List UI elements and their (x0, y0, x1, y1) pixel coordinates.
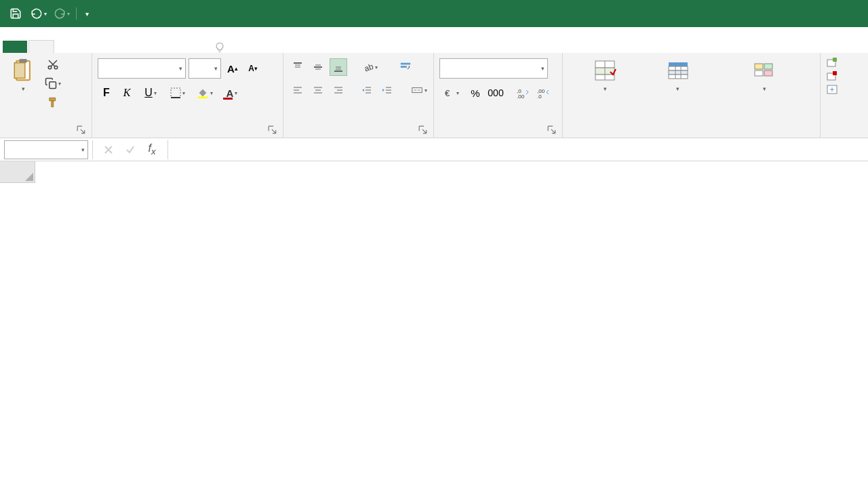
x-icon (104, 145, 113, 155)
redo-icon (54, 7, 66, 20)
align-left-button[interactable] (289, 81, 307, 99)
wrap-text-icon (399, 61, 412, 73)
wrap-text-button[interactable] (393, 58, 418, 76)
select-all-button[interactable] (0, 161, 35, 183)
italic-button[interactable]: K (118, 84, 136, 102)
svg-text:,00: ,00 (517, 94, 525, 98)
svg-text:€: € (445, 88, 450, 98)
formula-input[interactable] (167, 140, 868, 159)
decrease-font-button[interactable]: A▾ (244, 60, 262, 77)
svg-rect-38 (412, 87, 422, 92)
copy-button[interactable]: ▾ (43, 75, 62, 92)
number-format-combo[interactable]: ▾ (439, 58, 548, 79)
title-bar: ▾ ▾ ▾ (0, 0, 868, 27)
percent-button[interactable]: % (467, 84, 484, 102)
cut-button[interactable] (43, 56, 62, 73)
group-label (439, 134, 557, 136)
save-icon (9, 7, 22, 20)
borders-icon (170, 87, 181, 98)
paste-icon (12, 57, 35, 84)
tab-file[interactable] (3, 41, 27, 53)
dialog-launcher-icon[interactable] (418, 125, 428, 135)
percent-icon: % (471, 87, 479, 99)
tab-insert[interactable] (54, 41, 79, 53)
undo-button[interactable]: ▾ (28, 3, 49, 24)
qat-customize[interactable]: ▾ (81, 3, 93, 24)
align-bottom-icon (333, 62, 344, 73)
svg-rect-49 (669, 66, 688, 70)
chevron-down-icon: ▾ (81, 146, 85, 153)
cancel-formula-button[interactable] (101, 142, 116, 157)
svg-rect-1 (19, 59, 26, 63)
formula-bar: ▾ fx (0, 138, 868, 161)
borders-button[interactable]: ▾ (165, 84, 190, 102)
align-top-button[interactable] (289, 58, 307, 76)
dialog-launcher-icon[interactable] (268, 125, 277, 135)
svg-rect-21 (401, 63, 410, 65)
group-label (98, 134, 277, 136)
svg-rect-57 (764, 70, 772, 76)
bold-button[interactable]: F (98, 84, 115, 102)
tab-layout[interactable] (79, 41, 103, 53)
tab-view[interactable] (176, 41, 201, 53)
svg-rect-22 (401, 66, 407, 68)
font-color-button[interactable]: A▾ (220, 84, 244, 102)
svg-rect-8 (171, 88, 180, 98)
enter-formula-button[interactable] (123, 142, 138, 157)
increase-font-button[interactable]: A▴ (224, 60, 241, 77)
decrease-decimal-button[interactable]: ,00,0 (534, 84, 552, 102)
group-cells (821, 53, 868, 138)
align-center-button[interactable] (309, 81, 327, 99)
decrease-indent-button[interactable] (358, 81, 376, 99)
tab-start[interactable] (28, 40, 54, 53)
orientation-button[interactable]: ab▾ (358, 58, 382, 76)
dropdown-arrow-icon: ▾ (44, 11, 47, 17)
name-box[interactable]: ▾ (4, 140, 88, 159)
spreadsheet-grid[interactable] (0, 161, 868, 183)
svg-rect-2 (14, 63, 25, 79)
align-right-button[interactable] (330, 81, 347, 99)
tab-data[interactable] (127, 41, 152, 53)
tell-me-search[interactable] (206, 42, 237, 53)
decrease-font-icon: A (248, 64, 254, 73)
fill-color-icon (197, 87, 209, 99)
format-painter-button[interactable] (43, 94, 62, 111)
increase-decimal-button[interactable]: ,0,00 (514, 84, 532, 102)
delete-cells-button[interactable] (826, 70, 844, 81)
insert-cells-icon (826, 57, 838, 68)
merge-center-button[interactable]: ▾ (407, 81, 431, 99)
conditional-formatting-button[interactable]: ▾ (568, 56, 642, 94)
svg-point-3 (48, 66, 52, 69)
comma-style-button[interactable]: 000 (487, 84, 505, 102)
align-right-icon (333, 85, 344, 96)
cell-styles-button[interactable]: ▾ (714, 56, 814, 94)
underline-button[interactable]: U▾ (138, 84, 163, 102)
format-as-table-button[interactable]: ▾ (644, 56, 711, 94)
paste-button[interactable]: ▾ (5, 56, 41, 94)
align-middle-button[interactable] (309, 58, 327, 76)
insert-function-button[interactable]: fx (144, 142, 159, 157)
dialog-launcher-icon[interactable] (547, 125, 557, 135)
dropdown-arrow-icon: ▾ (648, 85, 707, 92)
dropdown-arrow-icon: ▾ (235, 90, 237, 96)
comma-icon: 000 (488, 87, 503, 98)
chevron-down-icon: ▾ (179, 65, 182, 72)
align-bottom-button[interactable] (330, 58, 347, 76)
insert-cells-button[interactable] (826, 57, 844, 68)
format-cells-button[interactable] (826, 84, 844, 95)
font-size-combo[interactable]: ▾ (189, 58, 221, 79)
fill-color-button[interactable]: ▾ (193, 84, 217, 102)
font-name-combo[interactable]: ▾ (98, 58, 186, 79)
redo-button[interactable]: ▾ (52, 3, 72, 24)
decrease-decimal-icon: ,00,0 (537, 87, 549, 98)
tab-review[interactable] (152, 41, 176, 53)
format-painter-icon (47, 96, 59, 108)
increase-indent-button[interactable] (378, 81, 396, 99)
accounting-format-button[interactable]: €▾ (439, 84, 464, 102)
save-button[interactable] (5, 3, 26, 24)
currency-icon: € (444, 87, 455, 98)
dialog-launcher-icon[interactable] (77, 125, 86, 135)
svg-text:ab: ab (363, 62, 374, 73)
dropdown-arrow-icon: ▾ (9, 85, 37, 92)
tab-formulas[interactable] (103, 41, 127, 53)
